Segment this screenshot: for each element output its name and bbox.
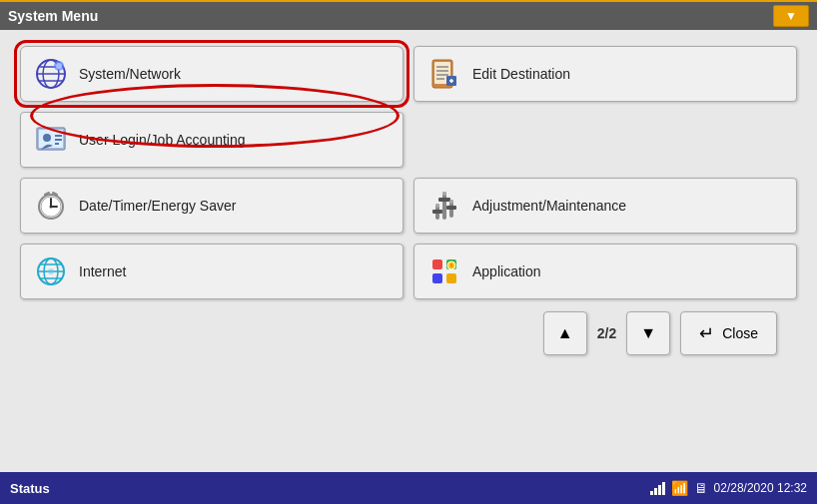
return-icon: ↵ <box>699 322 714 344</box>
svg-point-26 <box>50 206 53 209</box>
wifi-icon: 📶 <box>671 480 688 496</box>
adjustment-icon <box>426 188 462 224</box>
status-bar: Status 📶 🖥 02/28/2020 12:32 <box>0 472 817 504</box>
signal-bar-3 <box>658 485 661 495</box>
svg-rect-30 <box>438 198 450 202</box>
close-label: Close <box>722 325 758 341</box>
signal-bar-1 <box>650 491 653 495</box>
svg-point-6 <box>56 63 62 69</box>
adjustment-label: Adjustment/Maintenance <box>472 198 626 214</box>
date-timer-button[interactable]: Date/Timer/Energy Saver <box>20 178 404 234</box>
svg-rect-29 <box>442 192 446 220</box>
page-up-button[interactable]: ▲ <box>543 311 587 355</box>
date-timer-icon <box>33 188 69 224</box>
title-dropdown-button[interactable] <box>773 5 809 27</box>
internet-label: Internet <box>79 263 126 279</box>
bottom-nav: ▲ 2/2 ▼ ↵ Close <box>20 299 797 363</box>
svg-point-18 <box>43 134 51 142</box>
signal-bars <box>650 481 665 495</box>
svg-rect-44 <box>432 259 442 269</box>
user-login-button[interactable]: User Login/Job Accounting <box>20 112 404 168</box>
status-right: 📶 🖥 02/28/2020 12:32 <box>650 480 807 496</box>
adjustment-button[interactable]: Adjustment/Maintenance <box>413 178 797 234</box>
svg-point-43 <box>48 268 54 274</box>
network-status-icon: 🖥 <box>694 480 708 496</box>
edit-destination-icon <box>426 56 462 92</box>
application-icon <box>426 253 462 289</box>
system-network-icon <box>33 56 69 92</box>
application-label: Application <box>472 263 541 279</box>
svg-rect-33 <box>432 210 442 214</box>
signal-bar-2 <box>654 488 657 495</box>
system-network-label: System/Network <box>79 66 181 82</box>
date-timer-label: Date/Timer/Energy Saver <box>79 198 236 214</box>
page-indicator: 2/2 <box>597 325 616 341</box>
signal-bar-4 <box>662 482 665 495</box>
status-datetime: 02/28/2020 12:32 <box>714 481 807 495</box>
svg-rect-31 <box>442 192 446 196</box>
title-bar: System Menu <box>0 0 817 30</box>
main-content: System/Network Edit Destination <box>0 30 817 472</box>
edit-destination-label: Edit Destination <box>472 66 570 82</box>
close-button[interactable]: ↵ Close <box>680 311 777 355</box>
internet-icon <box>33 253 69 289</box>
svg-rect-34 <box>435 204 439 208</box>
svg-rect-37 <box>449 200 453 204</box>
status-label: Status <box>10 481 50 496</box>
user-login-icon <box>33 122 69 158</box>
svg-rect-47 <box>446 273 456 283</box>
application-button[interactable]: Application <box>413 244 797 299</box>
menu-grid: System/Network Edit Destination <box>20 46 797 299</box>
edit-destination-button[interactable]: Edit Destination <box>413 46 797 102</box>
user-login-label: User Login/Job Accounting <box>79 132 246 148</box>
system-network-button[interactable]: System/Network <box>20 46 404 102</box>
internet-button[interactable]: Internet <box>20 244 404 299</box>
title-bar-text: System Menu <box>8 8 98 24</box>
svg-rect-46 <box>432 273 442 283</box>
svg-rect-36 <box>446 206 456 210</box>
page-down-button[interactable]: ▼ <box>626 311 670 355</box>
